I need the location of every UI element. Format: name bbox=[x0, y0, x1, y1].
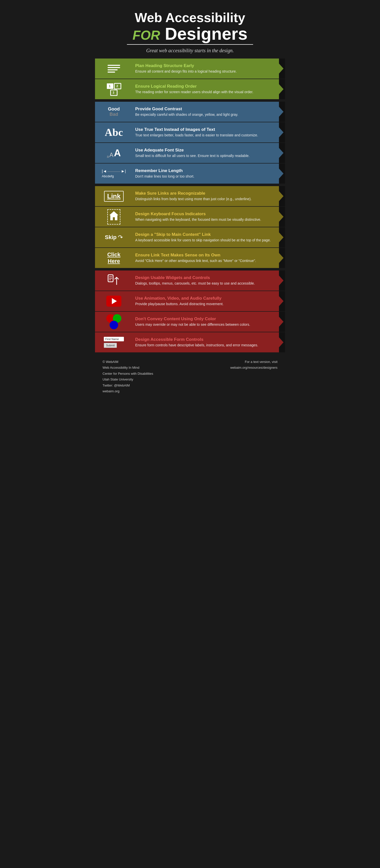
svg-text:2: 2 bbox=[116, 84, 118, 88]
contrast-icon: Good Bad bbox=[95, 102, 133, 122]
footer-text-version-url: webaim.org/resources/designers bbox=[230, 365, 277, 370]
svg-text:1: 1 bbox=[109, 84, 111, 88]
contrast-title: Provide Good Contrast bbox=[135, 106, 275, 112]
keyboard-focus-arrow bbox=[279, 207, 285, 227]
gap-2 bbox=[95, 184, 285, 186]
title-underline bbox=[127, 44, 253, 45]
linelength-sample: Abcdefg bbox=[102, 174, 114, 178]
focus-icon bbox=[95, 207, 133, 227]
keyboard-focus-content: Design Keyboard Focus Indicators When na… bbox=[133, 207, 279, 227]
keyboard-focus-desc: When navigating with the keyboard, the f… bbox=[135, 217, 275, 222]
fontsize-large: A bbox=[114, 148, 121, 158]
heading-structure-desc: Ensure all content and design fits into … bbox=[135, 69, 275, 74]
footer-left: © WebAIM Web Accessibility In Mind Cente… bbox=[103, 359, 230, 394]
links-recognizable-title: Make Sure Links are Recognizable bbox=[135, 191, 275, 196]
reading-order-desc: The reading order for screen reader user… bbox=[135, 90, 275, 95]
blue-section: Good Bad Provide Good Contrast Be especi… bbox=[95, 102, 285, 184]
links-recognizable-desc: Distinguish links from body text using m… bbox=[135, 197, 275, 202]
heading-structure-row: Plan Heading Structure Early Ensure all … bbox=[95, 59, 285, 79]
green-section: Plan Heading Structure Early Ensure all … bbox=[95, 59, 285, 99]
color-icon bbox=[95, 312, 133, 332]
form-submit-mock: Submit bbox=[104, 343, 117, 348]
skip-main-row: Skip ↷ Design a "Skip to Main Content" L… bbox=[95, 227, 285, 247]
reading-order-content: Ensure Logical Reading Order The reading… bbox=[133, 79, 279, 99]
gap-3 bbox=[95, 269, 285, 271]
widgets-arrow bbox=[279, 271, 285, 290]
contrast-arrow bbox=[279, 102, 285, 122]
title-line1: Web Accessibility bbox=[100, 10, 280, 25]
line-length-content: Remember Line Length Don't make lines to… bbox=[133, 163, 279, 184]
gold-section: Link Make Sure Links are Recognizable Di… bbox=[95, 186, 285, 268]
skip-main-desc: A keyboard accessible link for users to … bbox=[135, 238, 275, 243]
heading-structure-arrow bbox=[279, 59, 285, 79]
animation-title: Use Animation, Video, and Audio Carefull… bbox=[135, 296, 275, 301]
heading-structure-content: Plan Heading Structure Early Ensure all … bbox=[133, 59, 279, 79]
header-subtitle: Great web accessibility starts in the de… bbox=[100, 48, 280, 54]
color-circle-blue bbox=[110, 321, 118, 329]
form-graphic: First Name Submit bbox=[104, 337, 124, 348]
footer-university: Utah State University bbox=[103, 376, 230, 382]
clickhere-graphic: ClickHere bbox=[107, 251, 121, 265]
contrast-desc: Be especially careful with shades of ora… bbox=[135, 112, 275, 117]
color-circles-graphic bbox=[106, 314, 121, 329]
widgets-title: Design Usable Widgets and Controls bbox=[135, 275, 275, 280]
reading-order-arrow bbox=[279, 79, 285, 99]
skip-main-arrow bbox=[279, 227, 285, 247]
skip-main-content: Design a "Skip to Main Content" Link A k… bbox=[133, 227, 279, 247]
fontsize-small: a bbox=[107, 154, 109, 158]
line-length-desc: Don't make lines too long or too short. bbox=[135, 174, 275, 179]
widgets-row: Design Usable Widgets and Controls Dialo… bbox=[95, 271, 285, 290]
skip-graphic: Skip ↷ bbox=[105, 234, 123, 241]
contrast-content: Provide Good Contrast Be especially care… bbox=[133, 102, 279, 122]
skip-main-title: Design a "Skip to Main Content" Link bbox=[135, 232, 275, 237]
keyboard-focus-row: Design Keyboard Focus Indicators When na… bbox=[95, 207, 285, 227]
footer-website: webaim.org bbox=[103, 388, 230, 394]
form-controls-row: First Name Submit Design Accessible Form… bbox=[95, 332, 285, 352]
color-only-title: Don't Convey Content Using Only Color bbox=[135, 316, 275, 321]
svg-text:3: 3 bbox=[113, 91, 114, 94]
skip-arrow-glyph: ↷ bbox=[118, 234, 123, 241]
footer-twitter: Twitter: @WebAIM bbox=[103, 382, 230, 388]
title-for: FOR bbox=[133, 28, 160, 42]
form-controls-arrow bbox=[279, 332, 285, 352]
reading-order-icon: 1 2 3 bbox=[95, 79, 133, 99]
link-text-row: ClickHere Ensure Link Text Makes Sense o… bbox=[95, 248, 285, 268]
links-recognizable-content: Make Sure Links are Recognizable Disting… bbox=[133, 186, 279, 206]
video-player-graphic bbox=[106, 296, 121, 307]
fontsize-icon: a A A bbox=[95, 143, 133, 163]
true-text-arrow bbox=[279, 122, 285, 143]
skip-label: Skip bbox=[105, 234, 116, 241]
link-text-title: Ensure Link Text Makes Sense on Its Own bbox=[135, 253, 275, 258]
heading-structure-title: Plan Heading Structure Early bbox=[135, 63, 275, 68]
contrast-row: Good Bad Provide Good Contrast Be especi… bbox=[95, 102, 285, 122]
abc-glyph: Abc bbox=[105, 126, 123, 138]
title-line2: FOR Designers bbox=[100, 25, 280, 42]
link-text-glyph: Link bbox=[104, 191, 123, 202]
footer-org-name: Web Accessibility In Mind bbox=[103, 365, 230, 370]
gap-1 bbox=[95, 100, 285, 102]
true-text-title: Use True Text Instead of Images of Text bbox=[135, 127, 275, 132]
color-only-content: Don't Convey Content Using Only Color Us… bbox=[133, 312, 279, 332]
icon-line-3 bbox=[108, 69, 118, 70]
form-controls-title: Design Accessible Form Controls bbox=[135, 337, 275, 342]
contrast-bad-label: Bad bbox=[110, 112, 118, 117]
links-recognizable-arrow bbox=[279, 186, 285, 206]
font-size-arrow bbox=[279, 143, 285, 163]
animation-row: Use Animation, Video, and Audio Carefull… bbox=[95, 291, 285, 311]
red-section: Design Usable Widgets and Controls Dialo… bbox=[95, 271, 285, 352]
color-only-row: Don't Convey Content Using Only Color Us… bbox=[95, 312, 285, 332]
footer-right: For a text version, visit webaim.org/res… bbox=[230, 359, 277, 371]
font-size-title: Use Adequate Font Size bbox=[135, 148, 275, 153]
fontsize-medium: A bbox=[109, 151, 113, 158]
font-size-content: Use Adequate Font Size Small text is dif… bbox=[133, 143, 279, 163]
true-text-content: Use True Text Instead of Images of Text … bbox=[133, 122, 279, 143]
video-play-button bbox=[112, 298, 117, 304]
clickhere-icon: ClickHere bbox=[95, 248, 133, 268]
linelength-icon: |◄ ———— ►| Abcdefg bbox=[95, 163, 133, 184]
page-header: Web Accessibility FOR Designers Great we… bbox=[95, 0, 285, 59]
icon-line-1 bbox=[108, 65, 120, 66]
footer-text-version-label: For a text version, visit bbox=[230, 359, 277, 365]
footer-center: Center for Persons with Disabilities bbox=[103, 371, 230, 376]
true-text-row: Abc Use True Text Instead of Images of T… bbox=[95, 122, 285, 143]
form-controls-desc: Ensure form controls have descriptive la… bbox=[135, 343, 275, 348]
